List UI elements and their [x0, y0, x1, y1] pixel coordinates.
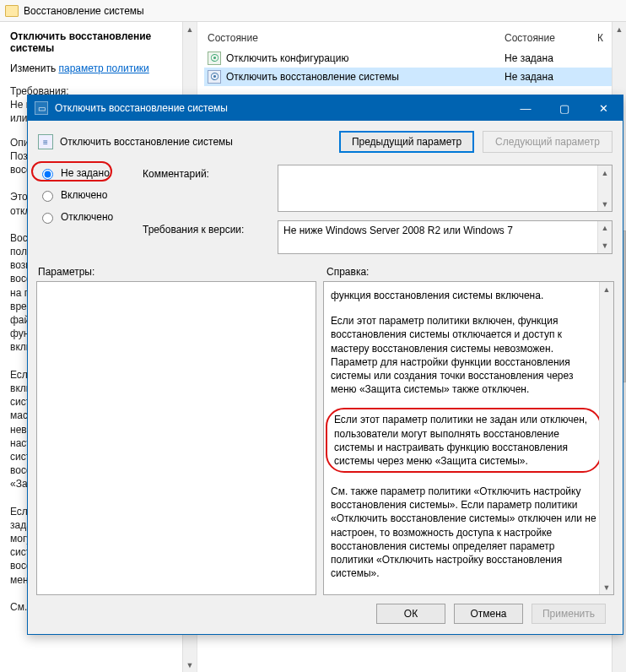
scroll-down-icon[interactable]: ▼ — [600, 580, 614, 594]
radio-label: Отключено — [61, 211, 113, 223]
version-text: Не ниже Windows Server 2008 R2 или Windo… — [283, 225, 513, 236]
row-name: Отключить конфигурацию — [226, 52, 348, 64]
scroll-up-icon[interactable]: ▲ — [613, 22, 627, 36]
dialog-subtitle: Отключить восстановление системы — [60, 136, 233, 148]
edit-line: Изменить параметр политики — [10, 62, 186, 74]
help-scrollbar[interactable]: ▲ ▼ — [599, 282, 613, 594]
gpo-setting-title: Отключить восстановление системы — [10, 30, 186, 54]
row-name: Отключить восстановление системы — [226, 71, 399, 83]
ok-button[interactable]: ОК — [376, 604, 445, 624]
document-icon: ≡ — [38, 134, 53, 149]
policy-icon: ⦿ — [208, 51, 221, 65]
close-button[interactable]: ✕ — [584, 95, 623, 121]
edit-policy-link[interactable]: параметр политики — [58, 62, 148, 74]
help-text: Если этот параметр политики включен, фун… — [331, 314, 596, 396]
prev-setting-button[interactable]: Предыдущий параметр — [339, 131, 474, 153]
gpo-path-bar: Восстановление системы — [0, 0, 626, 22]
scroll-up-icon[interactable]: ▲ — [183, 22, 197, 36]
next-setting-button: Следующий параметр — [483, 131, 613, 153]
scroll-up-icon[interactable]: ▲ — [600, 282, 614, 296]
radio-not-configured[interactable]: Не задано — [38, 166, 131, 180]
scroll-down-icon[interactable]: ▼ — [183, 658, 197, 672]
row-state: Не задана — [501, 49, 594, 68]
params-pane — [36, 281, 316, 595]
scroll-up-icon[interactable]: ▲ — [598, 221, 613, 236]
comment-label: Комментарий: — [143, 165, 269, 212]
radio-disabled[interactable]: Отключено — [38, 210, 131, 224]
folder-icon — [5, 5, 19, 17]
dialog-icon: ▭ — [35, 101, 48, 115]
params-label: Параметры: — [38, 266, 318, 278]
state-radio-group: Не задано Включено Отключено — [38, 165, 131, 254]
radio-input[interactable] — [42, 191, 53, 202]
apply-button: Применить — [532, 604, 606, 624]
radio-input[interactable] — [42, 213, 53, 224]
version-box: Не ниже Windows Server 2008 R2 или Windo… — [278, 220, 613, 254]
textarea-scrollbar[interactable]: ▲ ▼ — [597, 165, 612, 211]
edit-prefix: Изменить — [10, 62, 58, 74]
radio-input[interactable] — [42, 169, 53, 180]
minimize-button[interactable]: — — [506, 95, 545, 121]
version-scrollbar[interactable]: ▲ ▼ — [597, 221, 612, 253]
radio-label: Не задано — [61, 167, 110, 179]
policy-icon: ⦿ — [208, 70, 221, 84]
help-text: функция восстановления системы включена. — [331, 289, 596, 302]
radio-enabled[interactable]: Включено — [38, 188, 131, 202]
row-state: Не задана — [501, 68, 594, 86]
help-pane: функция восстановления системы включена.… — [323, 281, 614, 595]
version-label: Требования к версии: — [143, 220, 269, 254]
scroll-down-icon[interactable]: ▼ — [598, 197, 613, 211]
policy-dialog: ▭ Отключить восстановление системы — ▢ ✕… — [27, 95, 623, 635]
gpo-path-title: Восстановление системы — [24, 5, 144, 17]
gpo-list: Состояние Состояние К ⦿Отключить конфигу… — [204, 30, 619, 86]
help-text-highlighted: Если этот параметр политики не задан или… — [326, 408, 602, 473]
dialog-titlebar[interactable]: ▭ Отключить восстановление системы — ▢ ✕ — [28, 95, 623, 121]
cancel-button[interactable]: Отмена — [454, 604, 523, 624]
dialog-subheader: ≡ Отключить восстановление системы Преды… — [36, 127, 614, 161]
help-label: Справка: — [326, 266, 369, 278]
scroll-up-icon[interactable]: ▲ — [598, 165, 613, 180]
scroll-down-icon[interactable]: ▼ — [598, 239, 613, 253]
col-header-state2[interactable]: Состояние — [501, 30, 594, 49]
dialog-footer: ОК Отмена Применить — [36, 595, 614, 634]
col-header-state[interactable]: Состояние — [204, 30, 501, 49]
radio-label: Включено — [61, 189, 107, 201]
maximize-button[interactable]: ▢ — [545, 95, 584, 121]
dialog-title: Отключить восстановление системы — [55, 102, 228, 114]
comment-textarea[interactable]: ▲ ▼ — [278, 165, 613, 212]
help-text: См. также параметр политики «Отключить н… — [331, 485, 596, 580]
